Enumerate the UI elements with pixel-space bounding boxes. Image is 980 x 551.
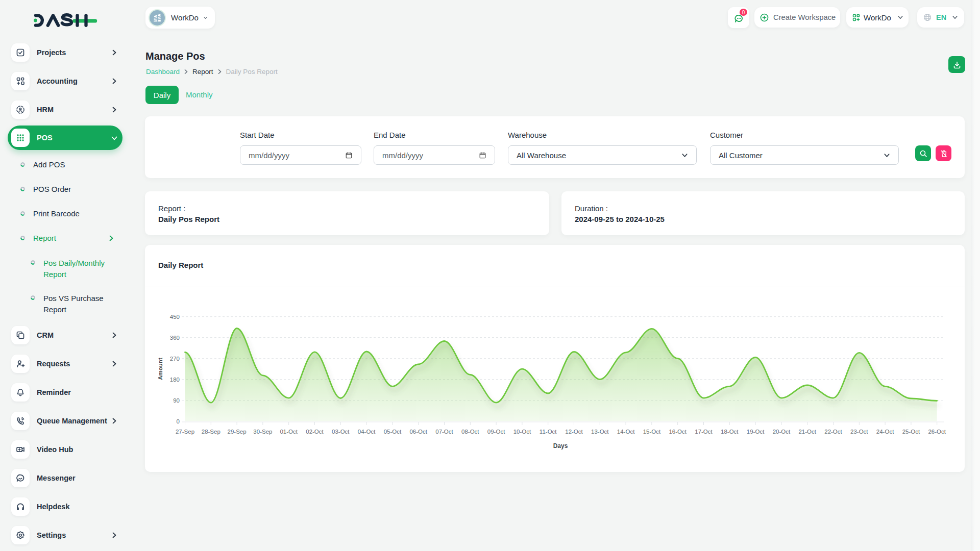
svg-text:22-Oct: 22-Oct [824, 429, 842, 435]
svg-text:90: 90 [173, 397, 180, 404]
svg-text:20-Oct: 20-Oct [773, 429, 791, 435]
svg-text:06-Oct: 06-Oct [409, 429, 427, 435]
svg-text:17-Oct: 17-Oct [695, 429, 713, 435]
svg-text:11-Oct: 11-Oct [540, 429, 557, 435]
svg-text:19-Oct: 19-Oct [747, 429, 765, 435]
svg-text:24-Oct: 24-Oct [876, 429, 894, 435]
svg-text:0: 0 [177, 418, 180, 424]
svg-text:16-Oct: 16-Oct [669, 429, 687, 435]
svg-text:09-Oct: 09-Oct [487, 429, 505, 435]
svg-text:01-Oct: 01-Oct [280, 429, 298, 435]
svg-text:10-Oct: 10-Oct [513, 429, 531, 435]
svg-text:07-Oct: 07-Oct [435, 429, 453, 435]
svg-text:270: 270 [170, 356, 180, 362]
svg-text:26-Oct: 26-Oct [928, 429, 946, 435]
svg-text:21-Oct: 21-Oct [798, 429, 816, 435]
svg-text:12-Oct: 12-Oct [565, 429, 583, 435]
svg-text:Days: Days [553, 442, 568, 449]
svg-text:360: 360 [170, 335, 180, 341]
svg-text:180: 180 [170, 377, 180, 383]
svg-text:18-Oct: 18-Oct [721, 429, 739, 435]
svg-text:04-Oct: 04-Oct [358, 429, 376, 435]
svg-text:Amount: Amount [157, 358, 163, 380]
svg-text:30-Sep: 30-Sep [253, 429, 272, 435]
svg-text:23-Oct: 23-Oct [850, 429, 868, 435]
svg-text:28-Sep: 28-Sep [202, 429, 220, 435]
svg-text:25-Oct: 25-Oct [902, 429, 920, 435]
svg-text:08-Oct: 08-Oct [461, 429, 479, 435]
svg-text:450: 450 [170, 314, 180, 320]
svg-text:05-Oct: 05-Oct [384, 429, 402, 435]
svg-text:27-Sep: 27-Sep [176, 429, 194, 435]
svg-text:15-Oct: 15-Oct [643, 429, 661, 435]
svg-text:02-Oct: 02-Oct [306, 429, 324, 435]
svg-text:03-Oct: 03-Oct [332, 429, 350, 435]
svg-text:13-Oct: 13-Oct [591, 429, 609, 435]
svg-text:14-Oct: 14-Oct [617, 429, 635, 435]
svg-text:29-Sep: 29-Sep [228, 429, 247, 435]
